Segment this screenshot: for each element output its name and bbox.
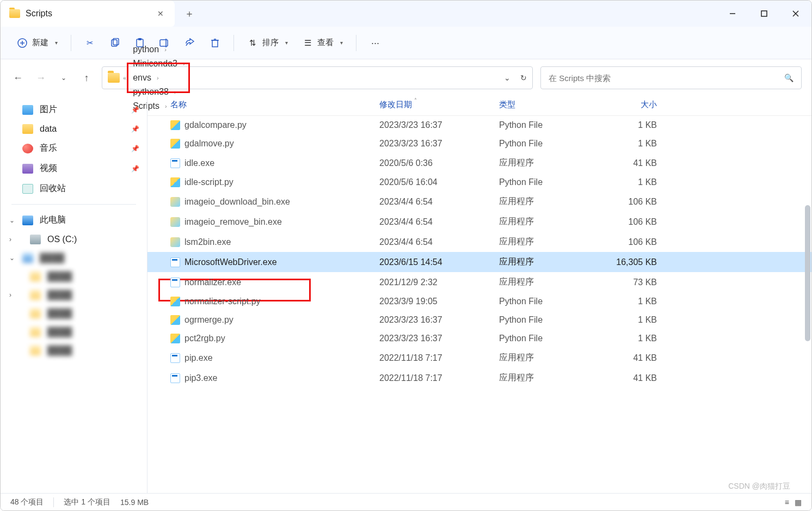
file-type: Python File: [499, 315, 597, 325]
view-button[interactable]: ☰ 查看 ▾: [297, 34, 348, 52]
file-date: 2023/3/9 19:05: [379, 297, 499, 306]
back-button[interactable]: ←: [10, 70, 26, 85]
sidebar-item-blurred[interactable]: ⌄ ████: [1, 249, 147, 267]
expand-icon[interactable]: ›: [9, 236, 11, 243]
file-date: 2023/3/23 16:37: [379, 139, 499, 149]
sidebar-item-icon: [22, 144, 33, 153]
search-box[interactable]: 🔍: [540, 66, 802, 89]
chevron-right-icon: ›: [164, 46, 167, 53]
table-row[interactable]: pct2rgb.py 2023/3/23 16:37 Python File 1…: [147, 329, 811, 348]
file-size: 1 KB: [597, 297, 668, 306]
main-area: 图片📌data📌音乐📌视频📌回收站 ⌄ 此电脑 › OS (C:) ⌄ ████…: [1, 96, 811, 493]
file-name: pip.exe: [184, 353, 213, 363]
copy-button[interactable]: [104, 34, 126, 52]
search-input[interactable]: [549, 73, 779, 83]
sidebar-item[interactable]: 视频📌: [1, 158, 147, 178]
sidebar-item-icon: [22, 164, 33, 174]
forward-button[interactable]: →: [33, 70, 48, 85]
tab-close-button[interactable]: ✕: [155, 7, 166, 20]
thumbnails-view-button[interactable]: ▦: [795, 498, 802, 507]
file-type: 应用程序: [499, 157, 597, 169]
details-view-button[interactable]: ≡: [785, 498, 789, 507]
table-row[interactable]: ogrmerge.py 2023/3/23 16:37 Python File …: [147, 311, 811, 329]
plus-circle-icon: [17, 38, 28, 48]
collapse-icon[interactable]: ⌄: [9, 254, 15, 262]
view-icon: ☰: [302, 38, 313, 48]
copy-icon: [109, 38, 120, 48]
svg-line-3: [793, 11, 798, 16]
sidebar-item-label: 视频: [40, 163, 57, 174]
sidebar-item-thispc[interactable]: ⌄ 此电脑: [1, 210, 147, 230]
table-row[interactable]: imageio_download_bin.exe 2023/4/4 6:54 应…: [147, 192, 811, 212]
table-row[interactable]: pip3.exe 2022/11/18 7:17 应用程序 41 KB: [147, 368, 811, 388]
sidebar-item-blurred[interactable]: ›████: [1, 286, 147, 304]
separator: [53, 497, 54, 507]
more-button[interactable]: ⋯: [364, 34, 386, 52]
sort-button[interactable]: ⇅ 排序 ▾: [242, 34, 293, 52]
sidebar-item-label: data: [40, 124, 57, 134]
sidebar[interactable]: 图片📌data📌音乐📌视频📌回收站 ⌄ 此电脑 › OS (C:) ⌄ ████…: [1, 96, 147, 493]
search-icon: 🔍: [784, 73, 793, 82]
minimize-button[interactable]: [717, 1, 748, 27]
file-name: normalizer.exe: [184, 278, 241, 287]
breadcrumb-item[interactable]: python›: [130, 42, 188, 57]
sidebar-item[interactable]: 回收站: [1, 178, 147, 199]
recent-button[interactable]: ⌄: [56, 70, 71, 85]
folder-icon: [9, 9, 20, 18]
column-name[interactable]: 名称: [167, 100, 379, 110]
sidebar-item[interactable]: 图片📌: [1, 100, 147, 120]
file-size: 1 KB: [597, 139, 668, 149]
file-name: gdalcompare.py: [184, 120, 247, 130]
table-row[interactable]: pip.exe 2022/11/18 7:17 应用程序 41 KB: [147, 348, 811, 368]
table-row[interactable]: imageio_remove_bin.exe 2023/4/4 6:54 应用程…: [147, 212, 811, 232]
sidebar-item-label: 图片: [40, 104, 57, 115]
collapse-icon[interactable]: ⌄: [9, 217, 15, 224]
file-type: 应用程序: [499, 196, 597, 207]
new-button[interactable]: 新建 ▾: [11, 34, 63, 52]
table-row[interactable]: lsm2bin.exe 2023/4/4 6:54 应用程序 106 KB: [147, 232, 811, 252]
sidebar-item-blurred[interactable]: ████: [1, 341, 147, 360]
tab-scripts[interactable]: Scripts ✕: [1, 1, 175, 27]
breadcrumb-item[interactable]: envs›: [130, 71, 188, 85]
file-date: 2023/4/4 6:54: [379, 217, 499, 227]
sidebar-item-blurred[interactable]: ████: [1, 267, 147, 286]
file-name: imageio_remove_bin.exe: [184, 217, 282, 227]
chevron-right-icon: ›: [174, 89, 176, 95]
maximize-button[interactable]: [748, 1, 780, 27]
history-dropdown[interactable]: ⌄: [504, 73, 510, 82]
sidebar-item[interactable]: 音乐📌: [1, 138, 147, 158]
table-row[interactable]: gdalcompare.py 2023/3/23 16:37 Python Fi…: [147, 116, 811, 134]
refresh-button[interactable]: ↻: [520, 73, 527, 82]
status-size: 15.9 MB: [120, 498, 149, 507]
sidebar-item[interactable]: data📌: [1, 120, 147, 138]
file-icon: [170, 120, 180, 130]
column-headers: ˄ 名称 修改日期 类型 大小: [147, 96, 811, 116]
new-label: 新建: [32, 38, 48, 48]
sidebar-item-drive[interactable]: › OS (C:): [1, 230, 147, 249]
address-bar[interactable]: « python›Miniconda3›envs›python38›Script…: [102, 66, 533, 89]
file-list[interactable]: gdalcompare.py 2023/3/23 16:37 Python Fi…: [147, 116, 811, 493]
table-row[interactable]: MicrosoftWebDriver.exe 2023/6/15 14:54 应…: [147, 252, 811, 272]
new-tab-button[interactable]: ＋: [175, 7, 204, 20]
column-date[interactable]: 修改日期: [379, 100, 499, 110]
table-row[interactable]: idle.exe 2020/5/6 0:36 应用程序 41 KB: [147, 153, 811, 173]
column-size[interactable]: 大小: [597, 100, 668, 110]
up-button[interactable]: ↑: [79, 70, 94, 85]
close-button[interactable]: [780, 1, 811, 27]
file-name: pip3.exe: [184, 373, 218, 383]
cut-button[interactable]: ✂: [79, 34, 101, 52]
table-row[interactable]: idle-script.py 2020/5/6 16:04 Python Fil…: [147, 173, 811, 192]
breadcrumb-item[interactable]: Miniconda3›: [130, 57, 188, 71]
delete-button[interactable]: [204, 34, 226, 52]
sidebar-item-blurred[interactable]: ████: [1, 323, 147, 341]
file-type: Python File: [499, 334, 597, 343]
column-type[interactable]: 类型: [499, 100, 597, 110]
table-row[interactable]: normalizer-script.py 2023/3/9 19:05 Pyth…: [147, 292, 811, 311]
scrollbar[interactable]: [805, 205, 810, 341]
file-size: 1 KB: [597, 120, 668, 130]
more-icon: ⋯: [370, 38, 380, 48]
file-date: 2023/3/23 16:37: [379, 315, 499, 325]
sidebar-item-blurred[interactable]: ████: [1, 304, 147, 323]
table-row[interactable]: gdalmove.py 2023/3/23 16:37 Python File …: [147, 134, 811, 153]
table-row[interactable]: normalizer.exe 2021/12/9 2:32 应用程序 73 KB: [147, 272, 811, 292]
